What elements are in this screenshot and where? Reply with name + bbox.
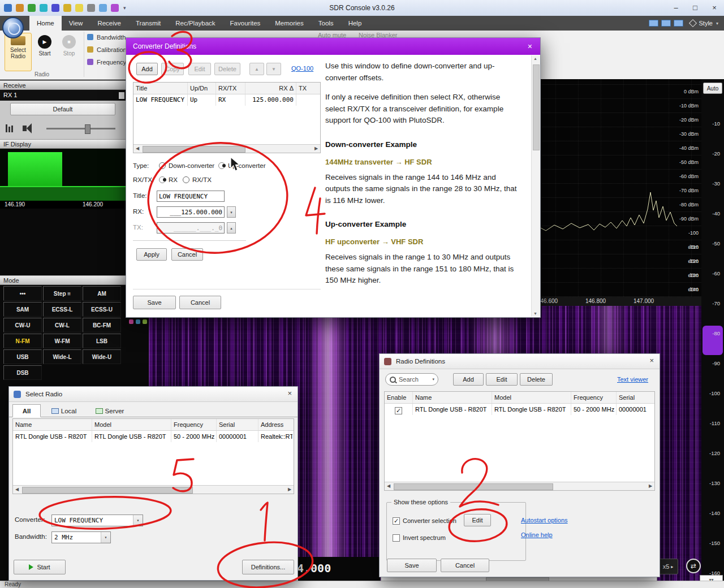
tab-all[interactable]: All — [12, 404, 41, 417]
volume-slider-thumb[interactable] — [85, 124, 90, 134]
move-down-button[interactable]: ▼ — [266, 63, 281, 75]
invert-spectrum-checkbox[interactable] — [393, 534, 400, 542]
converter-copy-button[interactable]: Copy — [161, 63, 184, 75]
rx-field[interactable] — [157, 206, 225, 218]
converter-selection-checkbox[interactable]: ✓ — [393, 517, 400, 525]
radio-list-table[interactable]: Name Model Frequency Serial Address RTL … — [12, 418, 294, 494]
converter-save-button[interactable]: Save — [133, 296, 176, 309]
marker-icon[interactable] — [136, 319, 140, 324]
invert-spectrum-label[interactable]: Invert spectrum — [403, 534, 446, 541]
radio-list-row[interactable]: RTL Dongle USB - R820T RTL Dongle USB - … — [13, 431, 294, 442]
definitions-save-button[interactable]: Save — [387, 559, 437, 572]
auto-gain-button[interactable]: Auto — [703, 83, 722, 94]
enable-checkbox[interactable]: ✓ — [395, 407, 402, 414]
converter-edit-button[interactable]: Edit — [464, 514, 491, 526]
start-button[interactable]: Start — [14, 560, 66, 574]
text-viewer-link[interactable]: Text viewer — [617, 376, 648, 383]
mode-sam-button[interactable]: SAM — [3, 302, 42, 317]
mode-cw-l-button[interactable]: CW-L — [43, 318, 81, 332]
form-cancel-button[interactable]: Cancel — [171, 248, 203, 261]
mode-w-fm-button[interactable]: W-FM — [43, 334, 81, 348]
display-layout-icon[interactable] — [674, 20, 683, 27]
rx1-expand-button[interactable] — [119, 92, 124, 99]
down-converter-radio[interactable] — [159, 162, 166, 169]
chevron-down-icon[interactable]: ▾ — [101, 532, 110, 543]
tab-home[interactable]: Home — [29, 16, 62, 31]
definitions-table[interactable]: Enable Name Model Frequency Serial ✓ RTL… — [384, 391, 655, 491]
definitions-add-button[interactable]: Add — [453, 373, 484, 386]
help-vscrollbar[interactable]: ▲ ▼ — [531, 55, 540, 317]
mode-n-fm-button[interactable]: N-FM — [3, 334, 42, 348]
mode-step-button[interactable]: Step ≡ — [43, 286, 81, 301]
marker-icon[interactable] — [129, 319, 133, 324]
mode-wide-l-button[interactable]: Wide-L — [43, 349, 81, 364]
frequency-ribbon-item[interactable]: Frequency — [87, 59, 127, 69]
default-button[interactable]: Default — [10, 103, 115, 115]
online-help-link[interactable]: Online help — [521, 531, 553, 538]
speaker-icon[interactable] — [23, 126, 27, 131]
rxtx-option-label[interactable]: RX/TX — [192, 176, 212, 183]
definitions-table-row[interactable]: ✓ RTL Dongle USB - R820T RTL Dongle USB … — [385, 404, 654, 415]
calibration-ribbon-item[interactable]: Calibration — [87, 46, 127, 57]
definitions-table-hscrollbar[interactable]: ◀▶ — [385, 482, 654, 490]
tab-receive[interactable]: Receive — [90, 16, 128, 31]
style-menu[interactable]: Style — [699, 20, 713, 27]
tab-rec-playback[interactable]: Rec/Playback — [168, 16, 222, 31]
close-icon[interactable]: × — [528, 42, 532, 51]
rx-radio[interactable] — [159, 176, 166, 183]
definitions-button[interactable]: Definitions... — [242, 560, 294, 574]
mode-lsb-button[interactable]: LSB — [83, 334, 121, 348]
rx-option-label[interactable]: RX — [169, 176, 178, 183]
mode-ecss-u-button[interactable]: ECSS-U — [83, 302, 121, 317]
tab-view[interactable]: View — [62, 16, 90, 31]
definitions-cancel-button[interactable]: Cancel — [441, 559, 489, 572]
apply-button[interactable]: Apply — [136, 248, 167, 261]
rx-spinner-down[interactable]: ▾ — [227, 206, 236, 218]
equalizer-icon[interactable] — [6, 124, 7, 132]
tab-server[interactable]: Server — [87, 404, 132, 417]
select-radio-ribbon-button[interactable]: Select Radio — [5, 33, 32, 71]
mode-wide-u-button[interactable]: Wide-U — [83, 349, 121, 364]
display-layout-icon[interactable] — [661, 20, 671, 27]
up-converter-label[interactable]: Up-converter — [228, 162, 265, 169]
converter-edit-button[interactable]: Edit — [188, 63, 211, 75]
title-field[interactable] — [157, 191, 225, 202]
converter-add-button[interactable]: Add — [136, 63, 158, 75]
up-converter-radio[interactable] — [218, 162, 225, 169]
converter-select[interactable]: LOW FREQUENCY ▾ — [51, 514, 143, 526]
bandwidth-select[interactable]: 2 MHz ▾ — [51, 531, 111, 543]
tx-spinner-up[interactable]: ▴ — [227, 222, 236, 234]
mode-am-button[interactable]: AM — [83, 286, 121, 301]
mode-more-button[interactable]: ••• — [3, 286, 42, 301]
converter-table-hscrollbar[interactable]: ◀▶ — [133, 144, 320, 153]
radio-list-hscrollbar[interactable]: ◀▶ — [13, 485, 294, 494]
rxtx-radio[interactable] — [183, 176, 189, 183]
chevron-down-icon[interactable]: ▾ — [716, 21, 718, 26]
tab-local[interactable]: Local — [43, 404, 85, 417]
start-ribbon-button[interactable]: ▶ Start — [33, 33, 57, 70]
converter-cancel-button[interactable]: Cancel — [179, 296, 221, 309]
converter-table-row[interactable]: LOW FREQUENCY Up RX 125.000.000 — [133, 94, 320, 106]
converter-delete-button[interactable]: Delete — [214, 63, 240, 75]
radio-definitions-titlebar[interactable]: Radio Definitions × — [380, 354, 660, 369]
tab-favourites[interactable]: Favourites — [223, 16, 268, 31]
display-layout-icon[interactable] — [649, 20, 658, 27]
volume-slider-track[interactable] — [46, 128, 115, 129]
move-up-button[interactable]: ▲ — [249, 63, 264, 75]
chevron-down-icon[interactable]: ▾ — [432, 377, 434, 382]
zoom-x5-button[interactable]: x5▸ — [658, 559, 678, 574]
definitions-delete-button[interactable]: Delete — [520, 373, 553, 386]
mode-usb-button[interactable]: USB — [3, 349, 42, 364]
close-icon[interactable]: × — [649, 356, 654, 365]
marker-icon[interactable] — [143, 319, 147, 324]
converter-selection-label[interactable]: Converter selection — [403, 517, 456, 524]
converter-dialog-titlebar[interactable]: Converter Definitions × — [126, 38, 540, 55]
stop-ribbon-button[interactable]: ■ Stop — [58, 33, 80, 70]
mode-ecss-l-button[interactable]: ECSS-L — [43, 302, 81, 317]
scrollbar-thumb[interactable] — [533, 64, 540, 150]
select-radio-titlebar[interactable]: Select Radio × — [9, 387, 298, 402]
chevron-down-icon[interactable]: ▾ — [133, 515, 143, 526]
tab-help[interactable]: Help — [341, 16, 369, 31]
tab-tools[interactable]: Tools — [311, 16, 341, 31]
tab-memories[interactable]: Memories — [268, 16, 311, 31]
